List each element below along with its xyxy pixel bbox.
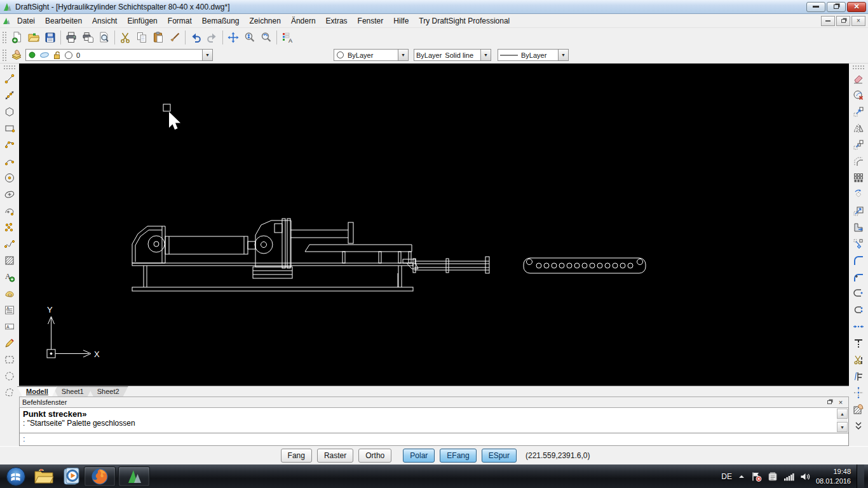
show-desktop-button[interactable] bbox=[857, 464, 864, 488]
insert-text-tool-button[interactable]: A bbox=[1, 269, 18, 285]
spline-tool-button[interactable] bbox=[1, 236, 18, 252]
batch-print-button[interactable] bbox=[79, 29, 96, 46]
hidden-icons-chevron[interactable] bbox=[738, 473, 745, 480]
delete-tool-button[interactable] bbox=[850, 71, 867, 87]
move-tool-button[interactable] bbox=[850, 104, 867, 120]
region-tool-button[interactable] bbox=[1, 285, 18, 302]
copy-entity-tool-button[interactable] bbox=[850, 137, 867, 153]
layer-combobox[interactable]: 0 ▼ bbox=[25, 49, 213, 61]
more-tools-button[interactable] bbox=[850, 417, 867, 434]
command-history-scrollbar[interactable]: ▲ ▼ bbox=[837, 409, 848, 432]
command-window-close-button[interactable]: × bbox=[836, 398, 846, 407]
tab-modell[interactable]: Modell bbox=[17, 386, 57, 396]
redo-button[interactable] bbox=[204, 29, 220, 46]
tab-sheet2[interactable]: Sheet2 bbox=[88, 386, 128, 396]
esnap-toggle-button[interactable]: EFang bbox=[440, 449, 476, 463]
taskbar-media-player-button[interactable] bbox=[61, 467, 81, 486]
converge-tool-button[interactable] bbox=[850, 318, 867, 335]
pan-button[interactable] bbox=[225, 29, 241, 46]
grid-toggle-button[interactable]: Raster bbox=[317, 449, 353, 463]
select-window-tool-button[interactable] bbox=[1, 351, 18, 368]
mdi-minimize-button[interactable] bbox=[821, 16, 835, 26]
menu-datei[interactable]: Datei bbox=[12, 15, 40, 27]
arc-tool-button[interactable] bbox=[1, 137, 18, 153]
explode-tool-button[interactable] bbox=[850, 384, 867, 401]
menu-try-professional[interactable]: Try DraftSight Professional bbox=[414, 15, 515, 27]
taskbar-draftsight-button[interactable] bbox=[118, 466, 150, 487]
entity-properties-button[interactable]: A bbox=[279, 29, 295, 46]
weld-tool-button[interactable] bbox=[850, 368, 867, 384]
save-document-button[interactable] bbox=[42, 29, 58, 46]
language-indicator[interactable]: DE bbox=[721, 472, 732, 481]
command-window-float-button[interactable] bbox=[824, 398, 834, 407]
scale-tool-button[interactable] bbox=[850, 203, 867, 219]
format-painter-button[interactable] bbox=[166, 29, 183, 46]
menu-aendern[interactable]: Ändern bbox=[286, 15, 321, 27]
select-lasso-tool-button[interactable] bbox=[1, 384, 18, 401]
menu-ansicht[interactable]: Ansicht bbox=[87, 15, 122, 27]
scroll-up-button[interactable]: ▲ bbox=[837, 409, 848, 419]
sketch-tool-button[interactable] bbox=[1, 335, 18, 351]
linestyle-combobox[interactable]: ByLayerSolid line ▼ bbox=[414, 49, 491, 61]
discard-duplicates-tool-button[interactable] bbox=[850, 87, 867, 104]
menu-fenster[interactable]: Fenster bbox=[353, 15, 389, 27]
toolbar-grip[interactable] bbox=[3, 65, 16, 70]
linecolor-combobox[interactable]: ByLayer ▼ bbox=[334, 49, 409, 61]
note-tool-button[interactable]: A bbox=[1, 302, 18, 318]
command-window-titlebar[interactable]: Befehlsfenster × bbox=[19, 396, 849, 408]
restore-button[interactable] bbox=[827, 2, 846, 12]
open-document-button[interactable] bbox=[25, 29, 42, 46]
minimize-button[interactable] bbox=[806, 2, 825, 12]
simple-note-tool-button[interactable]: A ... bbox=[1, 318, 18, 335]
taskbar-explorer-button[interactable] bbox=[33, 467, 55, 486]
cut-button[interactable] bbox=[117, 29, 133, 46]
zoom-previous-button[interactable] bbox=[258, 29, 275, 46]
hatch-tool-button[interactable] bbox=[1, 252, 18, 269]
select-circle-tool-button[interactable] bbox=[1, 368, 18, 384]
point-tool-button[interactable] bbox=[1, 219, 18, 236]
polar-toggle-button[interactable]: Polar bbox=[403, 449, 435, 463]
line-tool-button[interactable] bbox=[1, 71, 18, 87]
ellipse-tool-button[interactable] bbox=[1, 186, 18, 203]
linecolor-dropdown-arrow[interactable]: ▼ bbox=[398, 50, 408, 60]
pattern-tool-button[interactable] bbox=[850, 170, 867, 186]
print-preview-button[interactable] bbox=[96, 29, 112, 46]
mdi-restore-button[interactable] bbox=[836, 16, 850, 26]
paste-button[interactable] bbox=[150, 29, 166, 46]
toolbar-grip[interactable] bbox=[2, 31, 7, 44]
rotate-tool-button[interactable] bbox=[850, 186, 867, 203]
rectangle-tool-button[interactable] bbox=[1, 120, 18, 137]
lineweight-dropdown-arrow[interactable]: ▼ bbox=[558, 50, 568, 60]
tab-sheet1[interactable]: Sheet1 bbox=[53, 386, 93, 396]
arc-tangent-tool-button[interactable] bbox=[1, 153, 18, 170]
command-history[interactable]: Punkt strecken» : "Startseite" Palette g… bbox=[19, 408, 849, 433]
layer-dropdown-arrow[interactable]: ▼ bbox=[202, 50, 212, 60]
lineweight-combobox[interactable]: ByLayer ▼ bbox=[498, 49, 569, 61]
taskbar-firefox-button[interactable] bbox=[84, 466, 116, 487]
command-input[interactable]: : bbox=[19, 433, 849, 446]
volume-icon[interactable] bbox=[800, 472, 810, 481]
extend-tool-button[interactable] bbox=[850, 335, 867, 351]
etrack-toggle-button[interactable]: ESpur bbox=[482, 449, 517, 463]
edit-grips-tool-button[interactable] bbox=[850, 236, 867, 252]
close-button[interactable]: ✕ bbox=[847, 2, 866, 12]
fillet-tool-button[interactable] bbox=[850, 252, 867, 269]
fillet-options-tool-button[interactable] bbox=[850, 269, 867, 285]
mdi-close-button[interactable]: × bbox=[851, 16, 865, 26]
print-button[interactable] bbox=[63, 29, 79, 46]
menu-bemassung[interactable]: Bemaßung bbox=[197, 15, 245, 27]
menu-extras[interactable]: Extras bbox=[321, 15, 353, 27]
zoom-dynamic-button[interactable] bbox=[241, 29, 258, 46]
mirror-tool-button[interactable] bbox=[850, 120, 867, 137]
menu-hilfe[interactable]: Hilfe bbox=[388, 15, 414, 27]
toolbar-grip[interactable] bbox=[852, 65, 865, 70]
snap-toggle-button[interactable]: Fang bbox=[281, 449, 312, 463]
menu-einfuegen[interactable]: Einfügen bbox=[122, 15, 162, 27]
scroll-down-button[interactable]: ▼ bbox=[837, 422, 848, 432]
split-tool-button[interactable] bbox=[850, 351, 867, 368]
copy-button[interactable] bbox=[133, 29, 150, 46]
close-gap-tool-button[interactable] bbox=[850, 302, 867, 318]
network-signal-icon[interactable] bbox=[783, 472, 794, 481]
ortho-toggle-button[interactable]: Ortho bbox=[358, 449, 391, 463]
stretch-tool-button[interactable] bbox=[850, 219, 867, 236]
